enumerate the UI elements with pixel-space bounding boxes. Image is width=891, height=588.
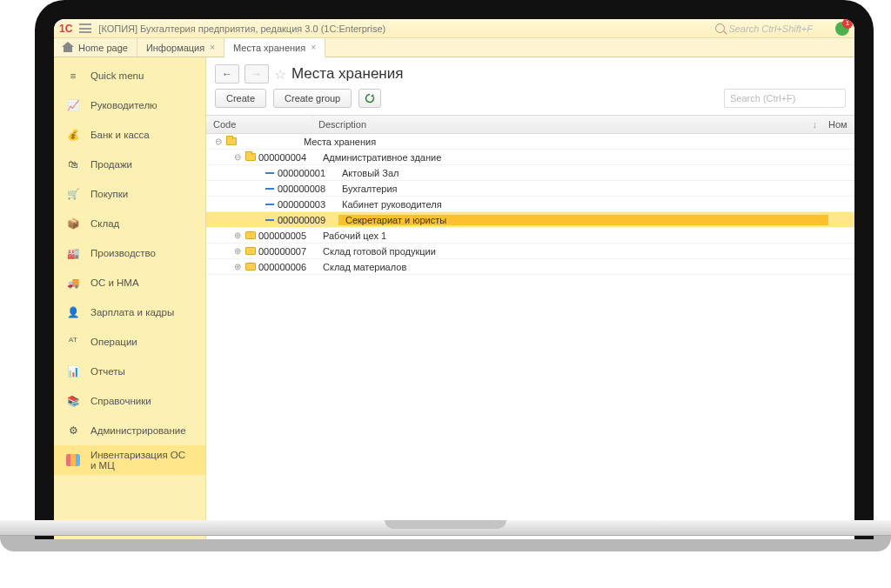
sidebar-icon: ⚙ [66, 424, 80, 438]
sidebar-icon: ᴬᵀ [66, 335, 80, 349]
tree-row[interactable]: ⊖Места хранения [206, 134, 854, 150]
home-icon [63, 43, 73, 52]
tree-row[interactable]: ⊖000000004Административное здание [206, 150, 854, 165]
expand-toggle-icon[interactable]: ⊖ [232, 152, 243, 162]
list-search-input[interactable]: Search (Ctrl+F) [724, 89, 846, 108]
sidebar-item-13[interactable]: Инвентаризация ОС и МЦ [54, 445, 205, 475]
sidebar-item-8[interactable]: 👤Зарплата и кадры [54, 297, 205, 327]
sidebar-item-label: Продажи [90, 159, 132, 170]
close-icon[interactable]: × [210, 43, 215, 52]
row-description: Рабочий цех 1 [319, 231, 854, 241]
sidebar-icon: 🏭 [66, 246, 80, 260]
create-group-button[interactable]: Create group [273, 89, 352, 108]
sidebar-item-0[interactable]: ≡Quick menu [54, 61, 205, 90]
main-menu-icon[interactable] [79, 23, 91, 33]
sort-indicator-icon: ↓ [813, 119, 818, 130]
create-button[interactable]: Create [215, 89, 266, 108]
col-nomer-header[interactable]: Ном [828, 119, 854, 130]
folder-icon [245, 247, 256, 255]
sidebar-item-10[interactable]: 📊Отчеты [54, 357, 205, 386]
close-icon[interactable]: × [311, 43, 316, 52]
col-description-header[interactable]: Description ↓ [315, 119, 824, 130]
tree-row[interactable]: 000000009Секретариат и юристы [206, 212, 854, 228]
window-title: [КОПИЯ] Бухгалтерия предприятия, редакци… [98, 23, 385, 34]
list-search-placeholder: Search (Ctrl+F) [730, 93, 796, 104]
tab-home[interactable]: Home page [54, 38, 137, 57]
expand-toggle-icon[interactable]: ⊕ [232, 246, 243, 256]
row-code: 000000003 [278, 199, 338, 210]
sidebar-item-label: Quick menu [90, 70, 144, 81]
sidebar-item-label: ОС и НМА [90, 277, 139, 288]
col-description-label: Description [318, 119, 366, 130]
sidebar-item-6[interactable]: 🏭Производство [54, 238, 205, 268]
folder-icon [245, 153, 256, 161]
laptop-notch [385, 520, 506, 529]
sidebar-item-label: Склад [90, 218, 119, 229]
tab-label: Информация [146, 43, 204, 53]
row-code: 000000006 [258, 262, 319, 272]
tree-row[interactable]: 000000001Актовый Зал [206, 165, 854, 181]
row-description: Актовый Зал [338, 168, 854, 178]
row-description: Секретариат и юристы [342, 215, 828, 225]
sidebar-item-label: Инвентаризация ОС и МЦ [90, 450, 193, 471]
notifications-icon[interactable] [835, 22, 849, 36]
global-search[interactable]: Search Ctrl+Shift+F [715, 23, 813, 34]
tree-row[interactable]: ⊕000000005Рабочий цех 1 [206, 228, 854, 244]
tab-2[interactable]: Места хранения× [224, 38, 325, 57]
expand-toggle-icon[interactable]: ⊕ [232, 231, 243, 240]
refresh-button[interactable] [358, 89, 381, 108]
panel-header: ← → ☆ Места хранения [206, 57, 854, 89]
row-description: Административное здание [319, 152, 854, 163]
row-description: Бухгалтерия [338, 184, 854, 194]
sidebar-item-1[interactable]: 📈Руководителю [54, 90, 205, 120]
sidebar-item-2[interactable]: 💰Банк и касса [54, 120, 205, 150]
tree-row[interactable]: 000000008Бухгалтерия [206, 181, 854, 197]
toolbar: Create Create group Search (Ctrl+F) [206, 89, 854, 115]
tab-1[interactable]: Информация× [137, 38, 224, 57]
row-code: 000000004 [258, 152, 319, 163]
list-header: Code Description ↓ Ном [206, 115, 854, 134]
nav-forward-button[interactable]: → [245, 64, 269, 84]
col-code-header[interactable]: Code [206, 119, 311, 130]
favorite-icon[interactable]: ☆ [274, 66, 286, 83]
sidebar-item-label: Отчеты [90, 366, 125, 377]
sidebar-item-7[interactable]: 🚚ОС и НМА [54, 268, 205, 297]
sidebar-item-label: Банк и касса [90, 130, 150, 140]
tree-row[interactable]: ⊕000000006Склад материалов [206, 259, 854, 275]
sidebar-item-label: Производство [90, 248, 156, 258]
sidebar-icon: 📈 [66, 98, 80, 112]
sidebar-item-12[interactable]: ⚙Администрирование [54, 416, 205, 445]
expand-toggle-icon[interactable]: ⊖ [213, 137, 224, 146]
row-code: 000000009 [278, 215, 338, 225]
sidebar-item-11[interactable]: 📚Справочники [54, 386, 205, 416]
item-icon [265, 204, 274, 205]
sidebar-item-label: Покупки [90, 189, 128, 199]
folder-icon [245, 263, 256, 271]
refresh-icon [365, 93, 375, 104]
expand-toggle-icon[interactable]: ⊕ [232, 262, 243, 271]
sidebar-item-label: Администрирование [90, 425, 186, 436]
sidebar-item-label: Руководителю [90, 100, 157, 110]
row-code: 000000001 [278, 168, 338, 178]
sidebar-item-9[interactable]: ᴬᵀОперации [54, 327, 205, 357]
title-bar: 1C [КОПИЯ] Бухгалтерия предприятия, реда… [54, 19, 854, 38]
folder-icon [226, 137, 237, 145]
tab-label: Home page [78, 43, 128, 53]
tree-row[interactable]: ⊕000000007Склад готовой продукции [206, 244, 854, 259]
folder-icon [245, 231, 256, 239]
laptop-screen-frame: 1C [КОПИЯ] Бухгалтерия предприятия, реда… [35, 0, 874, 539]
nav-back-button[interactable]: ← [215, 64, 239, 84]
item-icon [265, 172, 274, 174]
sidebar-item-label: Справочники [90, 396, 151, 406]
sidebar-icon: 📊 [66, 364, 80, 378]
tab-label: Места хранения [233, 43, 305, 53]
page-title: Места хранения [291, 65, 403, 83]
sidebar-item-4[interactable]: 🛒Покупки [54, 179, 205, 209]
sidebar-item-5[interactable]: 📦Склад [54, 209, 205, 238]
sidebar-item-3[interactable]: 🛍Продажи [54, 150, 205, 179]
row-description: Склад готовой продукции [319, 246, 854, 257]
app-window: 1C [КОПИЯ] Бухгалтерия предприятия, реда… [54, 19, 854, 539]
books-icon [66, 454, 80, 466]
tree-row[interactable]: 000000003Кабинет руководителя [206, 197, 854, 212]
sidebar-icon: 📦 [66, 217, 80, 231]
